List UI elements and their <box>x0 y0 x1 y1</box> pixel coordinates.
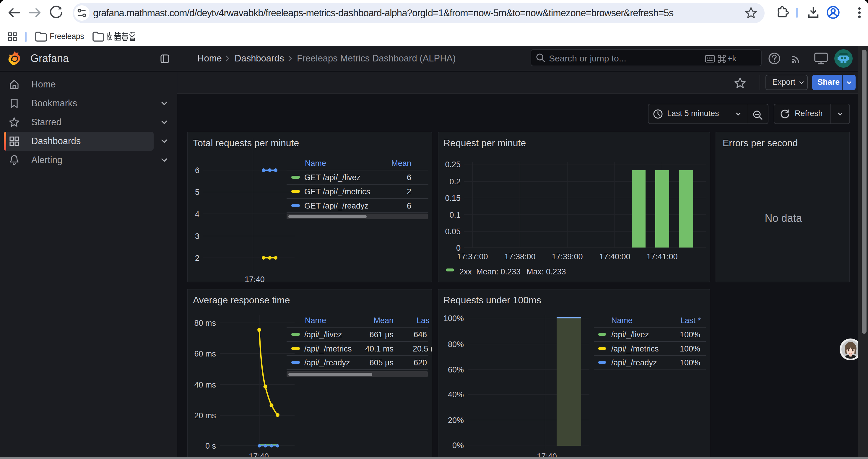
svg-text:6: 6 <box>407 201 411 210</box>
svg-text:661 µs: 661 µs <box>369 330 394 339</box>
svg-text:Last *: Last * <box>680 316 701 325</box>
svg-text:80 ms: 80 ms <box>194 319 216 328</box>
svg-text:0 s: 0 s <box>205 441 216 451</box>
svg-text:Mean: Mean <box>391 159 411 168</box>
svg-text:17:40: 17:40 <box>245 275 265 282</box>
svg-text:100%: 100% <box>443 314 464 323</box>
svg-text:100%: 100% <box>680 330 700 339</box>
svg-text:0.05: 0.05 <box>445 227 461 236</box>
svg-text:/api/_/metrics: /api/_/metrics <box>611 345 659 353</box>
svg-text:3: 3 <box>195 232 199 241</box>
svg-text:2: 2 <box>407 187 411 196</box>
svg-text:60 ms: 60 ms <box>194 350 216 358</box>
svg-text:60%: 60% <box>448 365 464 374</box>
svg-text:Name: Name <box>611 316 632 325</box>
svg-text:620: 620 <box>414 358 427 367</box>
svg-text:/api/_/readyz: /api/_/readyz <box>304 358 350 367</box>
svg-text:Mean: 0.233: Mean: 0.233 <box>476 267 521 276</box>
svg-text:GET /api/_/metrics: GET /api/_/metrics <box>304 187 370 196</box>
svg-text:40%: 40% <box>448 390 464 399</box>
svg-text:20.5 r: 20.5 r <box>413 345 432 353</box>
svg-text:17:40:00: 17:40:00 <box>599 252 630 261</box>
svg-text:0%: 0% <box>452 441 464 450</box>
svg-text:4: 4 <box>195 210 199 219</box>
svg-text:5: 5 <box>195 188 199 197</box>
svg-text:100%: 100% <box>680 345 700 353</box>
svg-text:80%: 80% <box>448 340 464 349</box>
svg-text:20%: 20% <box>448 416 464 425</box>
svg-text:2xx: 2xx <box>459 267 472 276</box>
svg-text:17:37:00: 17:37:00 <box>457 252 488 261</box>
svg-text:605 µs: 605 µs <box>369 358 394 367</box>
svg-text:GET /api/_/readyz: GET /api/_/readyz <box>304 201 368 210</box>
svg-text:17:39:00: 17:39:00 <box>552 252 583 261</box>
svg-text:GET /api/_/livez: GET /api/_/livez <box>304 173 361 182</box>
svg-text:100%: 100% <box>680 358 700 367</box>
svg-text:40 ms: 40 ms <box>194 381 216 389</box>
svg-text:Mean: Mean <box>373 316 394 325</box>
svg-text:2: 2 <box>195 254 199 263</box>
svg-text:/api/_/readyz: /api/_/readyz <box>611 358 657 367</box>
svg-text:Las: Las <box>416 316 430 325</box>
svg-text:/api/_/metrics: /api/_/metrics <box>304 345 352 353</box>
svg-text:Name: Name <box>305 159 326 168</box>
svg-text:17:41:00: 17:41:00 <box>646 252 677 261</box>
svg-text:0.25: 0.25 <box>445 160 461 169</box>
svg-text:0.1: 0.1 <box>450 210 461 220</box>
svg-text:40.1 ms: 40.1 ms <box>365 345 394 353</box>
svg-text:Max: 0.233: Max: 0.233 <box>526 267 566 276</box>
svg-text:646: 646 <box>414 330 427 339</box>
svg-text:6: 6 <box>407 173 411 182</box>
svg-text:0: 0 <box>456 244 461 253</box>
svg-text:/api/_/livez: /api/_/livez <box>611 330 649 339</box>
svg-text:17:38:00: 17:38:00 <box>504 252 535 261</box>
svg-text:/api/_/livez: /api/_/livez <box>304 330 342 339</box>
svg-text:20 ms: 20 ms <box>194 411 216 420</box>
svg-text:Name: Name <box>305 316 326 325</box>
svg-text:6: 6 <box>195 166 199 175</box>
svg-text:0.2: 0.2 <box>450 177 461 186</box>
svg-text:0.15: 0.15 <box>445 194 461 203</box>
